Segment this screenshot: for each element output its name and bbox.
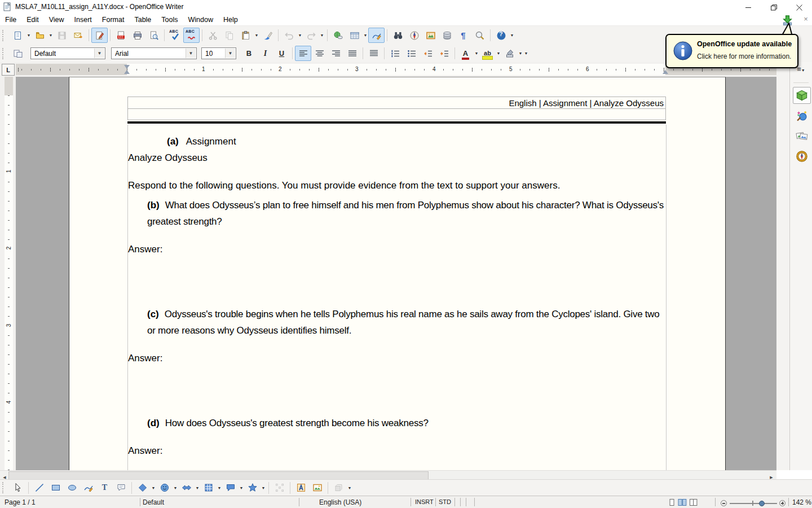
right-indent-marker[interactable] xyxy=(663,70,668,74)
undo-dropdown[interactable]: ▼ xyxy=(297,28,303,42)
language-indicator[interactable]: English (USA) xyxy=(319,498,361,506)
zoom-in-button[interactable] xyxy=(779,500,785,506)
zoom-slider-thumb[interactable] xyxy=(759,501,765,506)
line-tool[interactable] xyxy=(31,480,47,496)
menu-help[interactable]: Help xyxy=(218,15,243,25)
data-sources-button[interactable] xyxy=(439,28,455,43)
fontwork-gallery-tool[interactable] xyxy=(293,480,309,496)
first-line-indent-marker[interactable] xyxy=(124,65,130,69)
horizontal-scrollbar[interactable]: ◀ ▶ xyxy=(0,470,776,479)
view-multi-page-button[interactable] xyxy=(678,498,687,506)
view-single-page-button[interactable] xyxy=(668,498,676,506)
ellipse-tool[interactable] xyxy=(64,480,80,496)
align-left-button[interactable] xyxy=(295,46,311,61)
combo-dropdown-icon[interactable]: ▼ xyxy=(186,49,196,58)
menu-table[interactable]: Table xyxy=(129,15,156,25)
zoom-button[interactable] xyxy=(471,28,488,43)
insert-table-button[interactable] xyxy=(346,28,363,43)
align-right-button[interactable] xyxy=(328,46,344,61)
combo-dropdown-icon[interactable]: ▼ xyxy=(225,49,235,58)
edit-file-button[interactable] xyxy=(91,28,108,43)
new-dropdown[interactable]: ▼ xyxy=(26,28,32,42)
increase-indent-button[interactable] xyxy=(436,46,452,61)
view-book-mode-button[interactable] xyxy=(689,498,698,506)
sidebar-tab-styles[interactable] xyxy=(793,107,811,124)
page-preview-button[interactable] xyxy=(145,28,162,43)
font-color-button[interactable]: A xyxy=(457,46,474,61)
menu-window[interactable]: Window xyxy=(183,15,218,25)
zoom-level-indicator[interactable]: 142 % xyxy=(792,498,811,506)
toolbar-options-dropdown[interactable]: ▼ xyxy=(509,28,515,42)
page-style-indicator[interactable]: Default xyxy=(143,498,164,506)
horizontal-scroll-thumb[interactable] xyxy=(8,471,429,480)
stars-dropdown[interactable]: ▼ xyxy=(261,481,266,495)
paste-button[interactable] xyxy=(237,28,254,43)
highlighting-button[interactable]: ab xyxy=(479,46,496,61)
block-arrows-dropdown[interactable]: ▼ xyxy=(195,481,200,495)
callout-frame-tool[interactable] xyxy=(113,480,129,496)
bullet-list-button[interactable] xyxy=(403,46,420,61)
tab-stop-selector[interactable]: L xyxy=(2,64,15,76)
menu-format[interactable]: Format xyxy=(97,15,130,25)
highlighting-dropdown[interactable]: ▼ xyxy=(496,46,501,60)
spellcheck-button[interactable]: ABC xyxy=(167,28,183,43)
basic-shapes-dropdown[interactable]: ▼ xyxy=(151,481,156,495)
sidebar-tab-navigator[interactable] xyxy=(793,148,811,165)
symbol-shapes-dropdown[interactable]: ▼ xyxy=(173,481,178,495)
sidebar-tab-gallery[interactable] xyxy=(793,128,811,144)
toolbar-options-dropdown[interactable]: ▼ xyxy=(523,46,529,60)
hyperlink-button[interactable] xyxy=(330,28,346,43)
dismiss-notification-icon[interactable]: × xyxy=(801,14,810,23)
rectangle-tool[interactable] xyxy=(47,480,64,496)
help-button[interactable]: ? xyxy=(493,28,509,43)
decrease-indent-button[interactable] xyxy=(420,46,436,61)
line-spacing-button[interactable] xyxy=(365,46,382,61)
nonprinting-characters-button[interactable]: ¶ xyxy=(455,28,471,43)
update-notification-popup[interactable]: OpenOffice update available Click here f… xyxy=(665,34,798,68)
freeform-line-tool[interactable] xyxy=(80,480,96,496)
selection-mode-toggle[interactable]: STD xyxy=(439,498,451,505)
show-draw-functions-button[interactable] xyxy=(368,28,385,43)
font-size-combo[interactable]: 10 ▼ xyxy=(201,47,236,59)
callouts-dropdown[interactable]: ▼ xyxy=(239,481,244,495)
toolbar-grip[interactable] xyxy=(2,482,7,493)
menu-view[interactable]: View xyxy=(44,15,69,25)
auto-spellcheck-button[interactable]: ABC xyxy=(183,28,200,43)
horizontal-ruler[interactable]: 1 2 3 4 5 6 xyxy=(16,64,776,75)
menu-insert[interactable]: Insert xyxy=(69,15,97,25)
open-button[interactable] xyxy=(32,28,48,43)
numbered-list-button[interactable] xyxy=(387,46,403,61)
zoom-slider-track[interactable] xyxy=(730,503,777,504)
combo-dropdown-icon[interactable]: ▼ xyxy=(94,49,104,58)
align-center-button[interactable] xyxy=(311,46,328,61)
text-tool[interactable]: T xyxy=(96,480,113,496)
basic-shapes-tool[interactable] xyxy=(134,480,151,496)
font-name-combo[interactable]: Arial ▼ xyxy=(111,47,197,59)
document-page[interactable]: English | Assignment | Analyze Odysseus … xyxy=(69,77,726,470)
gallery-button[interactable] xyxy=(422,28,439,43)
stars-tool[interactable] xyxy=(244,480,261,496)
menu-file[interactable]: File xyxy=(0,15,21,25)
menu-edit[interactable]: Edit xyxy=(21,15,44,25)
menu-tools[interactable]: Tools xyxy=(156,15,183,25)
symbol-shapes-tool[interactable] xyxy=(156,480,173,496)
email-document-button[interactable] xyxy=(70,28,86,43)
find-replace-button[interactable] xyxy=(390,28,406,43)
font-color-dropdown[interactable]: ▼ xyxy=(474,46,479,60)
navigator-button[interactable] xyxy=(406,28,422,43)
redo-dropdown[interactable]: ▼ xyxy=(319,28,325,42)
sidebar-tab-properties[interactable] xyxy=(793,87,811,104)
paragraph-style-combo[interactable]: Default ▼ xyxy=(30,47,105,59)
export-pdf-button[interactable] xyxy=(113,28,129,43)
toolbar-options-dropdown[interactable]: ▼ xyxy=(347,481,352,495)
minimize-button[interactable] xyxy=(736,0,761,15)
background-color-dropdown[interactable]: ▼ xyxy=(518,46,523,60)
justified-button[interactable] xyxy=(344,46,360,61)
insert-mode-toggle[interactable]: INSRT xyxy=(415,498,434,505)
format-paintbrush-button[interactable] xyxy=(259,28,276,43)
restore-button[interactable] xyxy=(761,0,787,15)
flowchart-tool[interactable] xyxy=(200,480,217,496)
insert-table-dropdown[interactable]: ▼ xyxy=(363,28,368,42)
from-file-tool[interactable] xyxy=(309,480,325,496)
select-tool[interactable] xyxy=(10,480,26,496)
